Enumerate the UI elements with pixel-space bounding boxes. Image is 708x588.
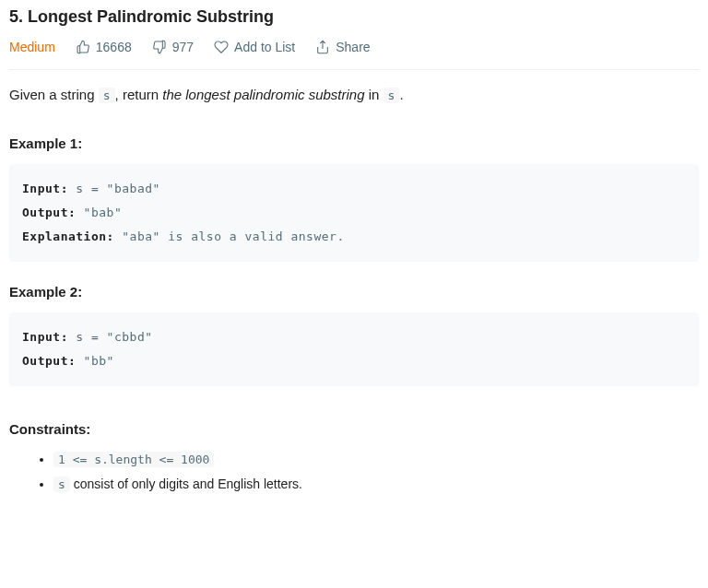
constraints-list: 1 <= s.length <= 1000 s consist of only … [9,450,699,494]
inline-code: 1 <= s.length <= 1000 [53,452,214,467]
share-icon [315,40,330,54]
problem-description: Given a string s, return the longest pal… [9,87,699,102]
like-button[interactable]: 16668 [76,40,132,54]
dislike-count: 977 [172,40,194,54]
example-1-block: Input: s = "babad" Output: "bab" Explana… [9,164,699,262]
page-title: 5. Longest Palindromic Substring [9,7,699,27]
share-button[interactable]: Share [315,40,370,54]
constraints-head: Constraints: [9,421,699,437]
meta-row: Medium 16668 977 Add to List Share [9,40,699,70]
difficulty-badge: Medium [9,40,55,54]
thumbs-down-icon [152,40,167,54]
heart-icon [214,40,229,54]
constraints-section: Constraints: 1 <= s.length <= 1000 s con… [9,421,699,494]
like-count: 16668 [96,40,132,54]
example-1-head: Example 1: [9,135,699,151]
inline-code: s [53,476,70,492]
constraint-item: s consist of only digits and English let… [53,475,699,494]
share-label: Share [336,40,370,54]
thumbs-up-icon [76,40,90,54]
dislike-button[interactable]: 977 [152,40,194,54]
example-2-head: Example 2: [9,284,699,300]
inline-code: s [99,88,115,103]
inline-code: s [384,88,400,103]
add-to-list-button[interactable]: Add to List [214,40,295,54]
example-2-block: Input: s = "cbbd" Output: "bb" [9,312,699,386]
constraint-item: 1 <= s.length <= 1000 [53,450,699,469]
add-to-list-label: Add to List [234,40,295,54]
